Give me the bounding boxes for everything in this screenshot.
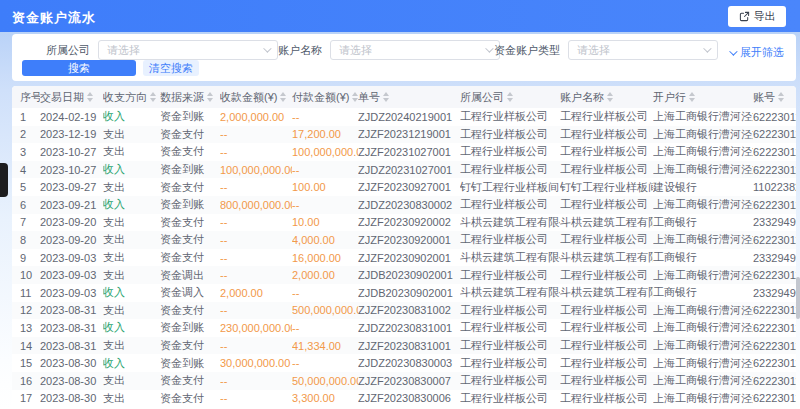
- sort-caret-icon[interactable]: [778, 92, 784, 102]
- cell-order: ZJDZ20230830002: [358, 199, 460, 211]
- cell-account: 工程行业样板公司: [560, 127, 653, 142]
- cell-account: 工程行业样板公司: [560, 303, 653, 318]
- cell-seq: 5: [18, 181, 40, 193]
- sort-caret-icon[interactable]: [607, 92, 613, 102]
- cell-order: ZJZF20230831002: [358, 304, 460, 316]
- cell-dir: 收入: [103, 197, 160, 212]
- column-header-source[interactable]: 数据来源: [160, 90, 220, 105]
- table-row: 142023-08-31支出资金支付--41,334.00ZJZF2023083…: [12, 337, 796, 355]
- cell-date: 2023-08-31: [40, 304, 103, 316]
- cell-dir: 收入: [103, 320, 160, 335]
- cell-dir: 支出: [103, 250, 160, 265]
- export-button[interactable]: 导出: [728, 6, 786, 27]
- chevron-down-icon: [703, 44, 711, 52]
- vertical-scrollbar[interactable]: [796, 277, 800, 319]
- cell-accno: 622230111: [753, 357, 796, 369]
- cell-seq: 11: [18, 287, 40, 299]
- account-type-filter-label: 资金账户类型: [494, 43, 560, 58]
- company-filter-label: 所属公司: [46, 43, 90, 58]
- cell-bank: 上海工商银行漕河泾支行: [653, 320, 753, 335]
- column-header-accno[interactable]: 账号: [753, 90, 796, 105]
- column-header-dir[interactable]: 收支方向: [103, 90, 160, 105]
- cell-payment: --: [292, 357, 358, 369]
- column-header-date[interactable]: 交易日期: [40, 90, 103, 105]
- cell-date: 2023-08-31: [40, 322, 103, 334]
- sort-caret-icon[interactable]: [383, 92, 389, 102]
- cell-seq: 3: [18, 146, 40, 158]
- cell-date: 2023-09-20: [40, 234, 103, 246]
- cell-date: 2023-09-21: [40, 199, 103, 211]
- column-header-payment[interactable]: 付款金额(¥): [292, 90, 358, 105]
- cell-receipt: --: [220, 128, 292, 140]
- cell-account: 斗栱云建筑工程有限公司: [560, 285, 653, 300]
- cell-payment: 500,000,000.00: [292, 304, 358, 316]
- cell-payment: 10.00: [292, 216, 358, 228]
- table-row: 112023-09-03收入资金调入2,000.00--ZJDB20230902…: [12, 284, 796, 302]
- filter-panel: 所属公司 请选择 账户名称 请选择 资金账户类型 请选择 展开筛选 搜索 清空搜…: [12, 34, 796, 81]
- cell-seq: 14: [18, 340, 40, 352]
- cell-bank: 上海工商银行漕河泾支行: [653, 338, 753, 353]
- cell-accno: 233294994: [753, 287, 796, 299]
- transactions-table: 序号交易日期收支方向数据来源收款金额(¥)付款金额(¥)单号所属公司账户名称开户…: [12, 86, 796, 409]
- top-header-bar: 资金账户流水 导出: [0, 0, 800, 32]
- clear-search-button[interactable]: 清空搜索: [143, 60, 199, 76]
- cell-source: 资金支付: [160, 338, 220, 353]
- cell-payment: 16,000.00: [292, 252, 358, 264]
- column-header-receipt[interactable]: 收款金额(¥): [220, 90, 292, 105]
- cell-seq: 2: [18, 128, 40, 140]
- cell-account: 工程行业样板公司: [560, 144, 653, 159]
- cell-date: 2023-12-19: [40, 128, 103, 140]
- column-header-account[interactable]: 账户名称: [560, 90, 653, 105]
- cell-dir: 收入: [103, 285, 160, 300]
- cell-bank: 工商银行: [653, 285, 753, 300]
- cell-seq: 4: [18, 164, 40, 176]
- column-header-order[interactable]: 单号: [358, 90, 460, 105]
- sort-caret-icon[interactable]: [507, 92, 513, 102]
- cell-order: ZJZF20230830007: [358, 375, 460, 387]
- sort-caret-icon[interactable]: [689, 92, 695, 102]
- cell-payment: 100,000,000.00: [292, 146, 358, 158]
- cell-order: ZJDZ20230831001: [358, 322, 460, 334]
- cell-account: 工程行业样板公司: [560, 162, 653, 177]
- cell-receipt: --: [220, 304, 292, 316]
- cell-dir: 支出: [103, 232, 160, 247]
- column-header-seq: 序号: [18, 90, 40, 105]
- cell-bank: 上海工商银行漕河泾支行: [653, 373, 753, 388]
- export-icon: [739, 11, 750, 22]
- account-name-placeholder: 请选择: [339, 43, 372, 58]
- company-select[interactable]: 请选择: [98, 40, 278, 60]
- cell-account: 工程行业样板公司: [560, 338, 653, 353]
- cell-source: 资金到账: [160, 197, 220, 212]
- account-type-select[interactable]: 请选择: [568, 40, 718, 60]
- cell-order: ZJZF20230920002: [358, 216, 460, 228]
- column-label: 开户行: [653, 90, 686, 105]
- cell-accno: 622230111: [753, 269, 796, 281]
- cell-source: 资金支付: [160, 180, 220, 195]
- cell-receipt: --: [220, 216, 292, 228]
- column-label: 数据来源: [160, 90, 204, 105]
- account-name-select[interactable]: 请选择: [330, 40, 500, 60]
- cell-seq: 10: [18, 269, 40, 281]
- cell-source: 资金到账: [160, 109, 220, 124]
- cell-payment: --: [292, 287, 358, 299]
- sort-caret-icon[interactable]: [150, 92, 156, 102]
- cell-seq: 12: [18, 304, 40, 316]
- cell-payment: 41,334.00: [292, 340, 358, 352]
- sort-caret-icon[interactable]: [87, 92, 93, 102]
- cell-order: ZJDZ20231027001: [358, 164, 460, 176]
- cell-payment: --: [292, 199, 358, 211]
- cell-date: 2023-09-03: [40, 287, 103, 299]
- cell-source: 资金到账: [160, 162, 220, 177]
- table-row: 162023-08-30支出资金支付--50,000,000.00ZJZF202…: [12, 372, 796, 390]
- sort-caret-icon[interactable]: [207, 92, 213, 102]
- cell-accno: 622230111: [753, 111, 796, 123]
- search-button[interactable]: 搜索: [22, 60, 136, 76]
- sort-caret-icon[interactable]: [280, 92, 286, 102]
- side-drawer-handle[interactable]: [0, 163, 8, 197]
- cell-date: 2023-08-30: [40, 392, 103, 404]
- cell-date: 2023-09-27: [40, 181, 103, 193]
- column-header-bank[interactable]: 开户行: [653, 90, 753, 105]
- expand-filters-link[interactable]: 展开筛选: [729, 45, 784, 60]
- column-header-company[interactable]: 所属公司: [460, 90, 560, 105]
- cell-source: 资金支付: [160, 144, 220, 159]
